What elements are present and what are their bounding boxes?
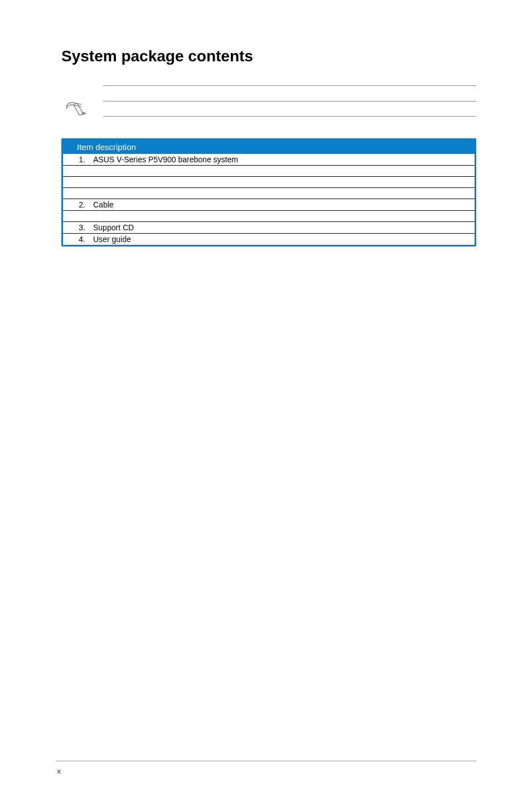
table-row: 1. ASUS V-Series P5V900 barebone system (63, 154, 475, 166)
pencil-note-icon (64, 99, 86, 119)
svg-rect-0 (74, 103, 83, 115)
row-number: 1. (63, 154, 91, 166)
row-number: 3. (63, 222, 91, 234)
row-description: Support CD (91, 222, 475, 234)
note-section (61, 82, 476, 119)
note-line (103, 85, 476, 101)
table-row: 3. Support CD (63, 222, 475, 234)
page-title: System package contents (61, 47, 476, 65)
row-number (63, 177, 91, 188)
row-description (91, 177, 475, 188)
note-rule-area (103, 82, 476, 117)
table-header: Item description (63, 140, 475, 154)
note-line (103, 101, 476, 117)
page-footer: x (56, 761, 476, 775)
table-row (63, 188, 475, 199)
row-description: User guide (91, 234, 475, 245)
row-description (91, 166, 475, 177)
table-row (63, 211, 475, 222)
page-content: System package contents Item description (0, 0, 532, 802)
row-description: Cable (91, 199, 475, 211)
row-number (63, 166, 91, 177)
contents-table: Item description 1. ASUS V-Series P5V900… (61, 138, 476, 247)
table-row: 4. User guide (63, 234, 475, 245)
row-description (91, 211, 475, 222)
row-number (63, 188, 91, 199)
page-number: x (57, 767, 476, 775)
table-row (63, 166, 475, 177)
row-description (91, 188, 475, 199)
table-row: 2. Cable (63, 199, 475, 211)
row-description: ASUS V-Series P5V900 barebone system (91, 154, 475, 166)
row-number (63, 211, 91, 222)
table-row (63, 177, 475, 188)
row-number: 2. (63, 199, 91, 211)
row-number: 4. (63, 234, 91, 245)
